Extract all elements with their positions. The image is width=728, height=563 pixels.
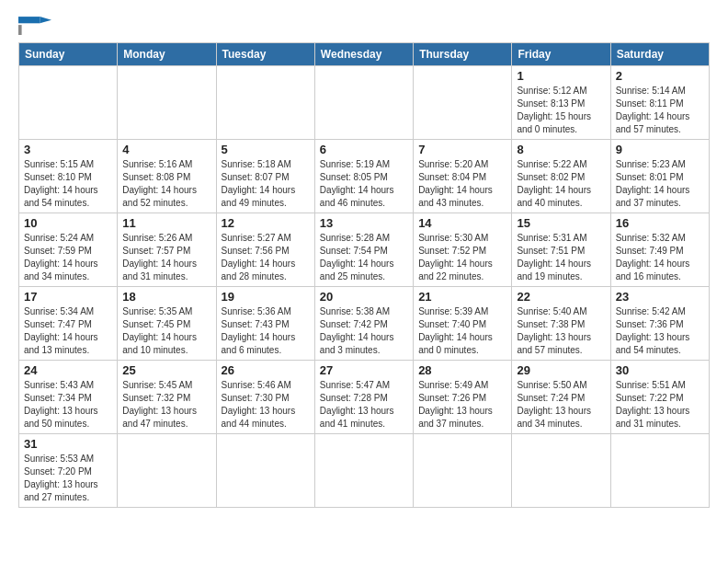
day-cell xyxy=(314,434,413,508)
day-info-text: Sunrise: 5:35 AM Sunset: 7:45 PM Dayligh… xyxy=(122,305,210,357)
day-cell: 8Sunrise: 5:22 AM Sunset: 8:02 PM Daylig… xyxy=(512,140,610,213)
col-header-monday: Monday xyxy=(118,43,216,66)
day-cell: 17Sunrise: 5:34 AM Sunset: 7:47 PM Dayli… xyxy=(19,287,118,361)
day-info-text: Sunrise: 5:12 AM Sunset: 8:13 PM Dayligh… xyxy=(517,85,605,136)
day-number: 16 xyxy=(616,216,704,230)
day-cell: 31Sunrise: 5:53 AM Sunset: 7:20 PM Dayli… xyxy=(19,434,118,508)
day-cell: 29Sunrise: 5:50 AM Sunset: 7:24 PM Dayli… xyxy=(512,361,610,434)
day-cell xyxy=(314,66,413,140)
day-cell xyxy=(414,66,512,140)
day-number: 31 xyxy=(24,437,112,451)
day-info-text: Sunrise: 5:16 AM Sunset: 8:08 PM Dayligh… xyxy=(122,158,210,210)
day-info-text: Sunrise: 5:39 AM Sunset: 7:40 PM Dayligh… xyxy=(418,305,506,357)
day-cell xyxy=(512,434,610,508)
day-info-text: Sunrise: 5:42 AM Sunset: 7:36 PM Dayligh… xyxy=(616,305,704,357)
day-cell xyxy=(414,434,512,508)
day-cell: 25Sunrise: 5:45 AM Sunset: 7:32 PM Dayli… xyxy=(118,361,216,434)
day-cell xyxy=(216,66,314,140)
day-number: 7 xyxy=(418,143,506,156)
day-info-text: Sunrise: 5:23 AM Sunset: 8:01 PM Dayligh… xyxy=(616,158,704,210)
svg-marker-1 xyxy=(40,17,51,23)
day-cell: 22Sunrise: 5:40 AM Sunset: 7:38 PM Dayli… xyxy=(512,287,610,361)
day-info-text: Sunrise: 5:18 AM Sunset: 8:07 PM Dayligh… xyxy=(222,158,310,210)
day-cell: 13Sunrise: 5:28 AM Sunset: 7:54 PM Dayli… xyxy=(314,213,413,287)
day-cell: 3Sunrise: 5:15 AM Sunset: 8:10 PM Daylig… xyxy=(19,140,118,213)
day-cell: 21Sunrise: 5:39 AM Sunset: 7:40 PM Dayli… xyxy=(414,287,512,361)
week-row-3: 10Sunrise: 5:24 AM Sunset: 7:59 PM Dayli… xyxy=(19,213,710,287)
day-cell: 6Sunrise: 5:19 AM Sunset: 8:05 PM Daylig… xyxy=(314,140,413,213)
day-cell: 18Sunrise: 5:35 AM Sunset: 7:45 PM Dayli… xyxy=(118,287,216,361)
day-cell: 30Sunrise: 5:51 AM Sunset: 7:22 PM Dayli… xyxy=(610,361,709,434)
day-cell: 5Sunrise: 5:18 AM Sunset: 8:07 PM Daylig… xyxy=(216,140,314,213)
day-info-text: Sunrise: 5:49 AM Sunset: 7:26 PM Dayligh… xyxy=(418,379,506,431)
day-number: 9 xyxy=(616,143,704,156)
day-cell xyxy=(118,434,216,508)
day-info-text: Sunrise: 5:36 AM Sunset: 7:43 PM Dayligh… xyxy=(222,305,310,357)
day-number: 5 xyxy=(222,143,310,156)
week-row-1: 1Sunrise: 5:12 AM Sunset: 8:13 PM Daylig… xyxy=(19,66,710,140)
page-header xyxy=(18,15,710,35)
day-info-text: Sunrise: 5:45 AM Sunset: 7:32 PM Dayligh… xyxy=(122,379,210,431)
day-number: 15 xyxy=(517,216,605,230)
calendar-table: SundayMondayTuesdayWednesdayThursdayFrid… xyxy=(18,42,710,508)
day-number: 26 xyxy=(222,363,310,377)
day-cell xyxy=(610,434,709,508)
day-info-text: Sunrise: 5:14 AM Sunset: 8:11 PM Dayligh… xyxy=(616,85,704,136)
day-info-text: Sunrise: 5:46 AM Sunset: 7:30 PM Dayligh… xyxy=(222,379,310,431)
day-info-text: Sunrise: 5:34 AM Sunset: 7:47 PM Dayligh… xyxy=(24,305,112,357)
day-number: 20 xyxy=(320,290,408,304)
day-info-text: Sunrise: 5:38 AM Sunset: 7:42 PM Dayligh… xyxy=(320,305,408,357)
svg-rect-2 xyxy=(18,25,22,35)
week-row-4: 17Sunrise: 5:34 AM Sunset: 7:47 PM Dayli… xyxy=(19,287,710,361)
logo-flag-icon xyxy=(18,17,51,35)
day-info-text: Sunrise: 5:15 AM Sunset: 8:10 PM Dayligh… xyxy=(24,158,112,210)
day-number: 30 xyxy=(616,363,704,377)
day-cell: 10Sunrise: 5:24 AM Sunset: 7:59 PM Dayli… xyxy=(19,213,118,287)
day-info-text: Sunrise: 5:51 AM Sunset: 7:22 PM Dayligh… xyxy=(616,379,704,431)
day-info-text: Sunrise: 5:30 AM Sunset: 7:52 PM Dayligh… xyxy=(418,232,506,283)
week-row-5: 24Sunrise: 5:43 AM Sunset: 7:34 PM Dayli… xyxy=(19,361,710,434)
day-info-text: Sunrise: 5:22 AM Sunset: 8:02 PM Dayligh… xyxy=(517,158,605,210)
day-number: 10 xyxy=(24,216,112,230)
day-cell: 26Sunrise: 5:46 AM Sunset: 7:30 PM Dayli… xyxy=(216,361,314,434)
col-header-thursday: Thursday xyxy=(414,43,512,66)
day-cell: 24Sunrise: 5:43 AM Sunset: 7:34 PM Dayli… xyxy=(19,361,118,434)
day-number: 22 xyxy=(517,290,605,304)
day-info-text: Sunrise: 5:20 AM Sunset: 8:04 PM Dayligh… xyxy=(418,158,506,210)
day-number: 3 xyxy=(24,143,112,156)
day-cell: 16Sunrise: 5:32 AM Sunset: 7:49 PM Dayli… xyxy=(610,213,709,287)
day-number: 14 xyxy=(418,216,506,230)
day-number: 13 xyxy=(320,216,408,230)
day-number: 2 xyxy=(616,69,704,83)
day-number: 28 xyxy=(418,363,506,377)
day-number: 21 xyxy=(418,290,506,304)
day-cell: 14Sunrise: 5:30 AM Sunset: 7:52 PM Dayli… xyxy=(414,213,512,287)
day-cell: 28Sunrise: 5:49 AM Sunset: 7:26 PM Dayli… xyxy=(414,361,512,434)
day-number: 27 xyxy=(320,363,408,377)
day-number: 24 xyxy=(24,363,112,377)
day-info-text: Sunrise: 5:28 AM Sunset: 7:54 PM Dayligh… xyxy=(320,232,408,283)
day-number: 1 xyxy=(517,69,605,83)
day-info-text: Sunrise: 5:27 AM Sunset: 7:56 PM Dayligh… xyxy=(222,232,310,283)
col-header-tuesday: Tuesday xyxy=(216,43,314,66)
day-info-text: Sunrise: 5:50 AM Sunset: 7:24 PM Dayligh… xyxy=(517,379,605,431)
week-row-2: 3Sunrise: 5:15 AM Sunset: 8:10 PM Daylig… xyxy=(19,140,710,213)
day-cell: 20Sunrise: 5:38 AM Sunset: 7:42 PM Dayli… xyxy=(314,287,413,361)
day-cell: 23Sunrise: 5:42 AM Sunset: 7:36 PM Dayli… xyxy=(610,287,709,361)
day-cell: 1Sunrise: 5:12 AM Sunset: 8:13 PM Daylig… xyxy=(512,66,610,140)
day-number: 8 xyxy=(517,143,605,156)
day-number: 25 xyxy=(122,363,210,377)
day-cell: 7Sunrise: 5:20 AM Sunset: 8:04 PM Daylig… xyxy=(414,140,512,213)
day-info-text: Sunrise: 5:40 AM Sunset: 7:38 PM Dayligh… xyxy=(517,305,605,357)
day-info-text: Sunrise: 5:19 AM Sunset: 8:05 PM Dayligh… xyxy=(320,158,408,210)
day-cell xyxy=(118,66,216,140)
day-info-text: Sunrise: 5:43 AM Sunset: 7:34 PM Dayligh… xyxy=(24,379,112,431)
col-header-wednesday: Wednesday xyxy=(314,43,413,66)
day-info-text: Sunrise: 5:24 AM Sunset: 7:59 PM Dayligh… xyxy=(24,232,112,283)
logo xyxy=(18,15,51,35)
week-row-6: 31Sunrise: 5:53 AM Sunset: 7:20 PM Dayli… xyxy=(19,434,710,508)
day-info-text: Sunrise: 5:47 AM Sunset: 7:28 PM Dayligh… xyxy=(320,379,408,431)
day-number: 11 xyxy=(122,216,210,230)
day-info-text: Sunrise: 5:32 AM Sunset: 7:49 PM Dayligh… xyxy=(616,232,704,283)
col-header-saturday: Saturday xyxy=(610,43,709,66)
